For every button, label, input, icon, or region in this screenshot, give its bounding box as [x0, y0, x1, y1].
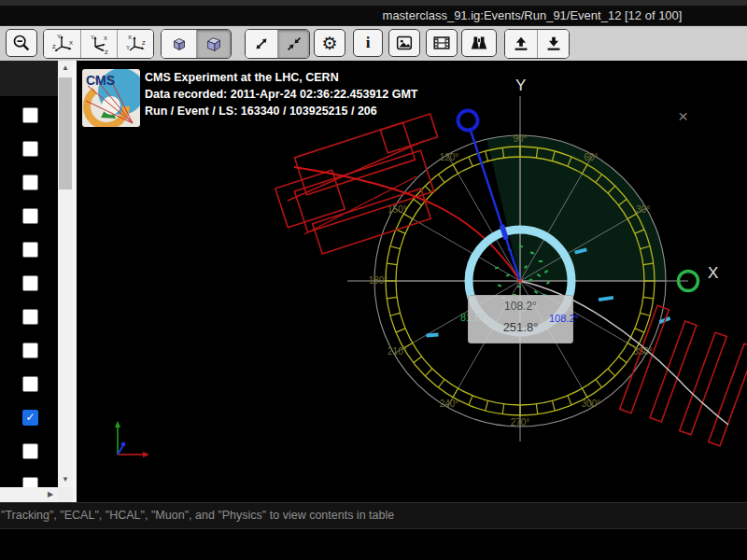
- layer-checkbox-9[interactable]: ✓: [22, 410, 38, 426]
- image-icon: [394, 33, 415, 53]
- bottom-bar: [0, 528, 747, 560]
- animation-button[interactable]: [426, 29, 458, 57]
- svg-text:Y: Y: [126, 45, 130, 50]
- view-axes-x-up-button[interactable]: XYZ: [117, 30, 153, 58]
- angle-label-210: 210°: [388, 346, 407, 357]
- svg-text:X: X: [104, 35, 107, 41]
- svg-text:X: X: [128, 35, 132, 40]
- ecal-tick: [583, 388, 588, 398]
- status-text: "Tracking", "ECAL", "HCAL", "Muon", and …: [1, 509, 394, 522]
- search-button[interactable]: [461, 29, 497, 57]
- axis-view-group: YXZ YXZ XYZ: [43, 29, 154, 59]
- svg-text:X: X: [69, 40, 73, 46]
- layer-checkbox-5[interactable]: [22, 275, 38, 291]
- event-info-line1: CMS Experiment at the LHC, CERN: [145, 69, 418, 86]
- perspective-cube-icon: [169, 34, 190, 54]
- tracker-hit: [498, 284, 501, 287]
- ecal-tick: [390, 313, 401, 315]
- y-axis-marker: [458, 111, 478, 131]
- resize-group: [245, 29, 310, 59]
- angle-label-30: 30°: [636, 204, 650, 215]
- ecal-tick: [486, 400, 488, 411]
- layer-checkbox-3[interactable]: [22, 208, 38, 224]
- axes-y-up-icon: YXZ: [50, 33, 75, 55]
- ecal-tick: [486, 151, 488, 161]
- perspective-view-button[interactable]: [162, 30, 196, 58]
- ecal-tick: [387, 297, 397, 298]
- angle-label-240: 240°: [440, 399, 459, 409]
- event-info-block: CMS Experiment at the LHC, CERN Data rec…: [145, 69, 418, 119]
- settings-button[interactable]: ⚙: [314, 29, 345, 57]
- event-display-svg: 30°60°90°120°150°180°210°240°270°300°330…: [77, 61, 747, 502]
- layer-checkbox-2[interactable]: [22, 175, 38, 190]
- info-button[interactable]: i: [353, 29, 383, 57]
- ecal-tick: [596, 380, 602, 388]
- shrink-button[interactable]: [277, 30, 309, 58]
- blue-track-angle: 108.2°: [549, 313, 579, 324]
- red-muon-track: [294, 167, 520, 281]
- orthographic-view-button[interactable]: [196, 30, 231, 58]
- view-axes-y-up-button[interactable]: YXZ: [44, 30, 80, 58]
- layer-checkbox-10[interactable]: [22, 443, 38, 459]
- muon-chamber: [650, 321, 697, 422]
- title-bar: masterclass_91.ig:Events/Run_91/Event_12…: [0, 6, 747, 26]
- scroll-down-icon[interactable]: ▼: [58, 472, 73, 487]
- svg-text:CMS: CMS: [86, 73, 115, 88]
- ecal-tick: [640, 313, 650, 315]
- ecal-tick: [635, 329, 644, 332]
- ecal-tick: [536, 404, 537, 414]
- angle-label-270: 270°: [511, 417, 530, 427]
- tracker-hit: [539, 260, 543, 262]
- event-display-canvas[interactable]: 30°60°90°120°150°180°210°240°270°300°330…: [77, 61, 747, 502]
- close-icon[interactable]: ×: [678, 107, 688, 125]
- calo-hit: [426, 332, 438, 337]
- scroll-right-icon[interactable]: ▶: [43, 487, 58, 502]
- angle-label-60: 60°: [584, 152, 598, 162]
- scrollbar-thumb[interactable]: [59, 77, 72, 189]
- ispy-window: masterclass_91.ig:Events/Run_91/Event_12…: [0, 0, 747, 560]
- sidebar-horizontal-scrollbar[interactable]: ▶: [0, 487, 58, 502]
- scrollbar-corner: [58, 487, 73, 502]
- layer-checkbox-6[interactable]: [22, 309, 38, 325]
- layer-checkbox-8[interactable]: [22, 376, 38, 392]
- axes-x-up-icon: XYZ: [123, 33, 148, 55]
- ecal-tick: [453, 164, 458, 174]
- angle-label-180: 180°: [369, 275, 388, 286]
- info-icon: i: [366, 34, 371, 52]
- view-axes-z-front-button[interactable]: YXZ: [80, 30, 117, 58]
- download-button[interactable]: [537, 30, 569, 58]
- layer-checkbox-1[interactable]: [22, 141, 38, 157]
- ecal-tick: [453, 388, 458, 398]
- y-axis-label: Y: [515, 77, 526, 95]
- scroll-up-icon[interactable]: ▲: [58, 61, 73, 76]
- tracker-hit: [546, 281, 550, 285]
- zoom-out-button[interactable]: [6, 29, 37, 57]
- upload-button[interactable]: [505, 30, 537, 58]
- measurement-angle-primary: 108.2°: [469, 300, 572, 313]
- film-icon: [431, 33, 452, 53]
- angle-label-300: 300°: [582, 399, 601, 409]
- enlarge-button[interactable]: [246, 30, 277, 58]
- download-icon: [543, 34, 564, 54]
- ecal-tick: [552, 400, 555, 411]
- svg-text:Y: Y: [57, 34, 61, 39]
- ecal-tick: [387, 263, 397, 264]
- ecal-tick: [608, 369, 615, 376]
- ecal-tick: [469, 396, 472, 405]
- sidebar-vertical-scrollbar[interactable]: ▲ ▼: [58, 61, 73, 487]
- orientation-gizmo: [115, 421, 149, 457]
- binoculars-icon: [468, 33, 490, 53]
- file-group: [504, 29, 570, 59]
- angle-label-90: 90°: [513, 133, 527, 144]
- layer-checkbox-4[interactable]: [22, 242, 38, 258]
- ecal-tick: [619, 357, 627, 363]
- angle-label-120: 120°: [440, 152, 459, 162]
- event-title: masterclass_91.ig:Events/Run_91/Event_12…: [383, 8, 683, 22]
- layer-checkbox-7[interactable]: [22, 343, 38, 358]
- projection-group: [161, 29, 232, 59]
- expand-arrows-icon: [251, 34, 272, 54]
- upload-icon: [511, 34, 531, 54]
- export-image-button[interactable]: [388, 29, 420, 57]
- layer-checkbox-0[interactable]: [22, 107, 38, 123]
- ecal-tick: [438, 175, 444, 183]
